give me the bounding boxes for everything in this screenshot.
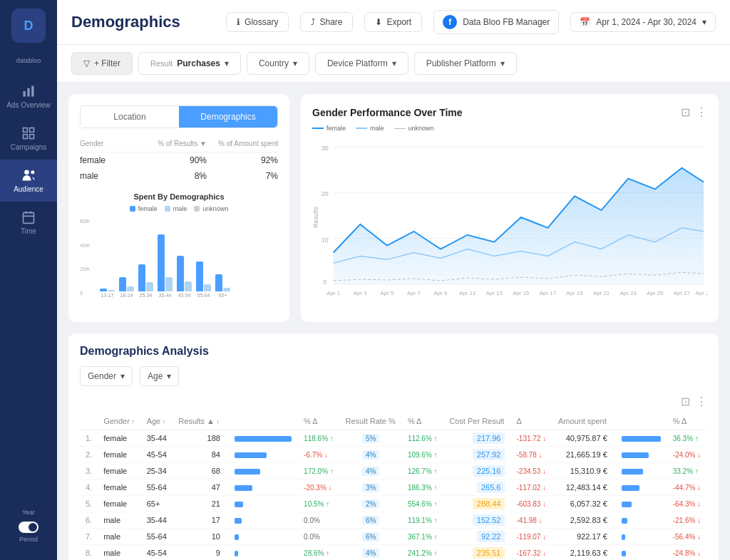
col-pct-d1: % Δ [298,413,339,430]
col-gender[interactable]: Gender [98,413,140,430]
age-label: 55-64 [197,293,210,298]
publisher-platform-filter[interactable]: Publisher Platform ▾ [414,52,517,75]
period-toggle[interactable]: Period [19,522,38,543]
svg-text:Apr 9: Apr 9 [434,290,448,296]
sidebar-item-audience[interactable]: Audience [0,160,57,202]
col-results[interactable]: Results ▲ [173,413,226,430]
female-bar [215,274,222,291]
bar-chart-title: Spent By Demographics [80,192,278,201]
svg-text:Apr 23: Apr 23 [620,290,637,296]
row-pct2: 126.7% ↑ [402,463,443,479]
country-filter[interactable]: Country ▾ [247,52,309,75]
row-cpr: 235.51 [443,545,510,561]
row-pct1: 172.0% ↑ [298,463,339,479]
row-age: 65+ [141,496,173,512]
country-label: Country [259,58,289,68]
svg-text:Apr 21: Apr 21 [593,290,610,296]
demographics-tab[interactable]: Demographics [179,106,277,128]
table-body: 1. female 35-44 188 118.6% ↑ 5% 112.6% ↑… [80,430,707,561]
export-chart-icon[interactable]: ⊡ [681,105,690,119]
row-amount: 2,592.83 € [552,512,613,529]
row-bar [226,447,298,463]
row-amt-bar [613,545,667,561]
row-cpr: 225.16 [443,463,510,479]
chevron-down-icon: ▾ [167,371,171,381]
svg-text:Apr 11: Apr 11 [459,290,476,296]
glossary-button[interactable]: ℹ Glossary [226,12,289,32]
col-amount: Amount spent [552,413,613,430]
row-gender: male [98,512,140,529]
gender-row-male: male 8% 7% [80,168,278,184]
device-platform-filter[interactable]: Device Platform ▾ [315,52,408,75]
gender-select[interactable]: Gender ▾ [80,366,133,386]
row-cpr: 257.92 [443,447,510,463]
bar-group-18-24: 18-24 [119,277,134,298]
location-tab[interactable]: Location [81,106,179,128]
content-area: Location Demographics Gender % of Result… [57,83,730,560]
gender-row-female: female 90% 92% [80,152,278,168]
row-num: 5. [80,496,98,512]
sidebar-item-time[interactable]: Time [0,202,57,244]
export-table-icon[interactable]: ⊡ [681,395,690,408]
row-num: 1. [80,430,98,447]
add-filter-button[interactable]: ▽ + Filter [71,52,133,75]
logo-icon: D [24,19,34,33]
col-age[interactable]: Age [141,413,173,430]
row-bar [226,512,298,529]
share-button[interactable]: ⤴ Share [300,12,353,32]
filter-icon: ▽ [83,58,90,68]
fb-icon: f [443,15,457,29]
device-platform-label: Device Platform [327,58,388,68]
row-num: 6. [80,512,98,529]
table-header-row: Gender Age Results ▲ % Δ Result Rate % %… [80,413,707,430]
date-range-picker[interactable]: 📅 Apr 1, 2024 - Apr 30, 2024 ▾ [570,12,716,32]
male-bar [165,277,173,291]
more-options-icon[interactable]: ⋮ [696,105,707,119]
svg-text:20: 20 [322,190,329,197]
chevron-down-icon: ▾ [225,58,229,68]
row-results: 21 [173,496,226,512]
row-bar [226,479,298,496]
date-range-text: Apr 1, 2024 - Apr 30, 2024 [596,17,696,27]
svg-text:Apr 13: Apr 13 [486,290,503,296]
row-age: 45-54 [141,545,173,561]
chevron-down-icon: ▾ [500,58,505,68]
row-pct1: 118.6% ↑ [298,430,339,447]
row-gender: female [98,447,140,463]
legend-unknown: unknown [394,125,434,132]
result-filter[interactable]: Result Purchases ▾ [138,52,241,75]
more-options-icon[interactable]: ⋮ [696,395,707,408]
row-age: 55-64 [141,479,173,496]
demographics-table: Gender Age Results ▲ % Δ Result Rate % %… [80,413,707,560]
sidebar-item-campaigns[interactable]: Campaigns [0,118,57,160]
row-pct2: 119.1% ↑ [402,512,443,529]
male-bar [223,288,230,291]
table-row: 8. male 45-54 9 28.6% ↑ 4% 241.2% ↑ 235.… [80,545,707,561]
sidebar-label-campaigns: Campaigns [11,143,47,151]
row-pct3: -24.8% ↓ [667,545,707,561]
period-label: Period [19,536,38,543]
table-row: 5. female 65+ 21 10.5% ↑ 2% 554.6% ↑ 288… [80,496,707,512]
bar-group-25-34: 25-34 [138,264,153,298]
sidebar: D databloo Ads Overview Campaigns Audien… [0,0,57,560]
share-icon: ⤴ [311,17,315,27]
sidebar-label-ads: Ads Overview [6,101,51,109]
sidebar-item-ads-overview[interactable]: Ads Overview [0,76,57,118]
line-chart-svg: 30 20 10 0 Results [312,139,707,296]
row-amt-bar [613,447,667,463]
legend-male: male [165,205,187,212]
row-rate: 4% [340,545,402,561]
logo[interactable]: D [11,9,46,43]
bar-chart-legend: female male unknown [80,205,278,212]
row-amount: 6,057.32 € [552,496,613,512]
svg-rect-5 [24,135,28,139]
age-select[interactable]: Age ▾ [140,366,179,386]
export-button[interactable]: ⬇ Export [364,12,422,32]
female-bar [119,277,126,291]
row-age: 25-34 [141,463,173,479]
svg-text:Apr 19: Apr 19 [566,290,583,296]
sidebar-label-audience: Audience [14,185,43,193]
svg-rect-1 [27,88,29,97]
legend-unknown: unknown [194,205,228,212]
row-rate: 4% [340,447,402,463]
